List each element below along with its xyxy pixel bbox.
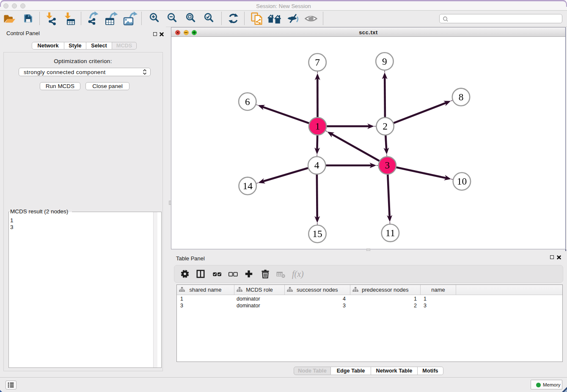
svg-text:9: 9 — [382, 56, 387, 67]
svg-text:1: 1 — [315, 121, 320, 132]
svg-text:15: 15 — [312, 228, 322, 239]
svg-text:11: 11 — [385, 227, 395, 238]
svg-text:7: 7 — [315, 57, 320, 68]
svg-text:3: 3 — [385, 160, 390, 171]
svg-text:6: 6 — [245, 96, 250, 107]
svg-text:10: 10 — [457, 176, 467, 187]
svg-text:f(x): f(x) — [292, 269, 304, 279]
svg-text:8: 8 — [459, 91, 464, 102]
svg-text:14: 14 — [242, 180, 253, 191]
svg-text:4: 4 — [314, 160, 319, 171]
svg-text:2: 2 — [383, 121, 388, 132]
